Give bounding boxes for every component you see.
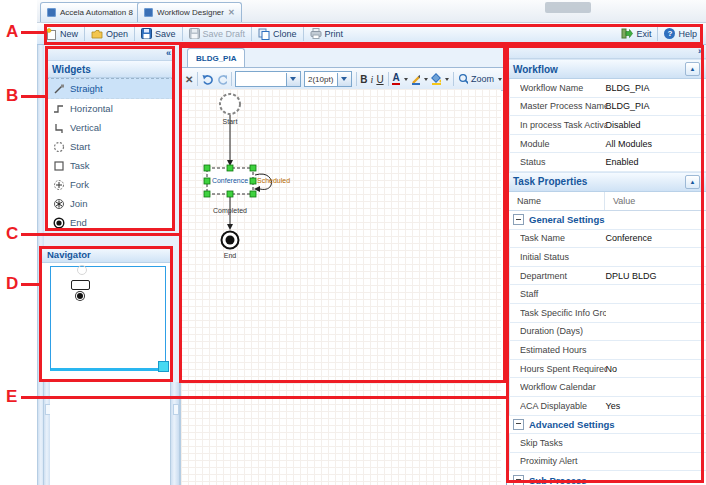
group-general-settings[interactable]: General Settings <box>507 211 706 230</box>
task-properties-title: Task Properties <box>513 176 587 187</box>
splitter-grip-icon <box>173 404 179 415</box>
property-row[interactable]: Proximity Alert <box>507 453 706 472</box>
property-row[interactable]: Skip Tasks <box>507 434 706 453</box>
annotation-letter-b: B <box>6 87 18 104</box>
help-button[interactable]: ? Help <box>659 25 702 43</box>
property-row[interactable]: Estimated Hours <box>507 341 706 360</box>
save-button[interactable]: Save <box>136 25 181 43</box>
widget-item-task[interactable]: Task <box>46 156 174 175</box>
property-row[interactable]: Master Process NameBLDG_PIA <box>507 98 706 117</box>
chevron-down-icon[interactable] <box>404 78 408 81</box>
tab-accela-automation[interactable]: Accela Automation 8 ✕ <box>40 2 151 22</box>
main-toolbar: New Open Save Save Draft Clone Print Exi… <box>37 23 706 45</box>
new-button[interactable]: New <box>41 25 83 43</box>
end-node-core <box>226 236 235 245</box>
save-draft-button[interactable]: Save Draft <box>184 25 251 43</box>
toolbar-separator <box>231 72 232 86</box>
exit-button[interactable]: Exit <box>616 25 656 43</box>
open-button[interactable]: Open <box>86 25 133 43</box>
navigator-viewport[interactable] <box>50 266 166 371</box>
chevron-down-icon[interactable] <box>498 78 502 81</box>
delete-icon[interactable]: ✕ <box>185 74 193 85</box>
italic-button[interactable]: i <box>371 74 374 85</box>
font-family-select[interactable] <box>235 71 301 87</box>
property-row[interactable]: Task Specific Info Group <box>507 304 706 323</box>
annotation-line-e <box>21 396 506 399</box>
print-button[interactable]: Print <box>305 25 349 43</box>
fork-node-icon <box>53 179 65 191</box>
property-row[interactable]: Task NameConference <box>507 230 706 249</box>
chevron-down-icon[interactable] <box>424 78 428 81</box>
task-properties-section-header[interactable]: Task Properties ▲ <box>507 172 706 192</box>
chevron-down-icon[interactable] <box>445 78 449 81</box>
workflow-diagram: Start Conference Scheduled Completed End <box>181 89 321 279</box>
clone-button[interactable]: Clone <box>253 25 302 43</box>
collapse-right-icon[interactable]: » <box>698 47 703 56</box>
collapse-minus-icon[interactable] <box>513 419 524 430</box>
chevron-down-icon <box>341 77 347 81</box>
pen-color-button[interactable] <box>411 73 421 85</box>
widget-item-start[interactable]: Start <box>46 137 174 156</box>
font-color-button[interactable]: A <box>392 73 399 85</box>
tab-title: Workflow Designer <box>157 8 224 17</box>
app-icon <box>47 8 56 17</box>
loop-transition-label: Scheduled <box>257 177 297 184</box>
property-row[interactable]: Staff <box>507 285 706 304</box>
widget-item-join[interactable]: Join <box>46 194 174 213</box>
horizontal-connector-icon <box>53 103 65 115</box>
redo-icon[interactable] <box>216 73 227 85</box>
widget-item-end[interactable]: End <box>46 213 174 232</box>
toolbar-separator <box>303 27 304 41</box>
close-icon[interactable]: ✕ <box>228 9 235 17</box>
browser-chrome-artifact <box>545 2 591 13</box>
task-node-icon <box>53 160 65 172</box>
navigator-panel-title: Navigator <box>47 249 91 260</box>
collapse-up-icon[interactable]: ▲ <box>685 62 700 76</box>
widgets-panel: « Widgets Straight Horizontal Vertical S… <box>45 46 175 231</box>
workflow-section-title: Workflow <box>513 64 558 75</box>
property-row[interactable]: ACA DisplayableYes <box>507 397 706 416</box>
canvas-grid[interactable]: Start Conference Scheduled Completed End <box>181 89 501 485</box>
bold-button[interactable]: B <box>360 74 367 85</box>
widget-item-horizontal[interactable]: Horizontal <box>46 99 174 118</box>
tab-title: Accela Automation 8 <box>60 8 133 17</box>
property-row[interactable]: StatusEnabled <box>507 153 706 172</box>
property-row[interactable]: Duration (Days) <box>507 323 706 342</box>
widgets-panel-header: Widgets <box>46 61 174 78</box>
collapse-minus-icon[interactable] <box>513 475 524 485</box>
start-node[interactable] <box>220 94 240 114</box>
group-advanced-settings[interactable]: Advanced Settings <box>507 416 706 435</box>
property-row[interactable]: Workflow Calendar <box>507 378 706 397</box>
font-size-select[interactable]: 2(10pt) <box>304 71 352 87</box>
undo-icon[interactable] <box>202 73 213 85</box>
canvas-tab-bldg-pia[interactable]: BLDG_PIA <box>187 48 245 67</box>
chevron-down-icon <box>290 77 296 81</box>
help-icon: ? <box>664 28 675 39</box>
open-folder-icon <box>91 28 103 40</box>
property-row[interactable]: ModuleAll Modules <box>507 135 706 154</box>
start-node-icon <box>53 141 65 153</box>
property-row[interactable]: Workflow NameBLDG_PIA <box>507 79 706 98</box>
property-row[interactable]: Initial Status <box>507 248 706 267</box>
widget-item-vertical[interactable]: Vertical <box>46 118 174 137</box>
workflow-section-header[interactable]: Workflow ▲ <box>507 59 706 79</box>
collapse-up-icon[interactable]: ▲ <box>685 175 700 189</box>
zoom-button[interactable]: Zoom <box>471 74 494 84</box>
save-disk-icon <box>141 28 152 39</box>
property-row[interactable]: DepartmentDPLU BLDG <box>507 267 706 286</box>
tab-workflow-designer[interactable]: Workflow Designer ✕ <box>137 2 242 22</box>
widget-item-straight[interactable]: Straight <box>46 78 174 99</box>
collapse-minus-icon[interactable] <box>513 214 524 225</box>
workflow-canvas: BLDG_PIA ✕ 2(10pt) B i U A Zoom <box>180 45 506 485</box>
property-row[interactable]: Hours Spent RequiredNo <box>507 360 706 379</box>
widget-item-fork[interactable]: Fork <box>46 175 174 194</box>
fill-color-button[interactable] <box>431 73 441 85</box>
collapse-left-icon[interactable]: « <box>166 49 171 58</box>
annotation-letter-a: A <box>6 23 18 40</box>
toolbar-separator <box>251 27 252 41</box>
navigator-resize-handle[interactable] <box>158 361 169 372</box>
group-sub-process[interactable]: Sub Process <box>507 471 706 485</box>
property-row[interactable]: In process Task ActivationDisabled <box>507 116 706 135</box>
underline-button[interactable]: U <box>376 74 383 85</box>
toolbar-separator <box>657 27 658 41</box>
